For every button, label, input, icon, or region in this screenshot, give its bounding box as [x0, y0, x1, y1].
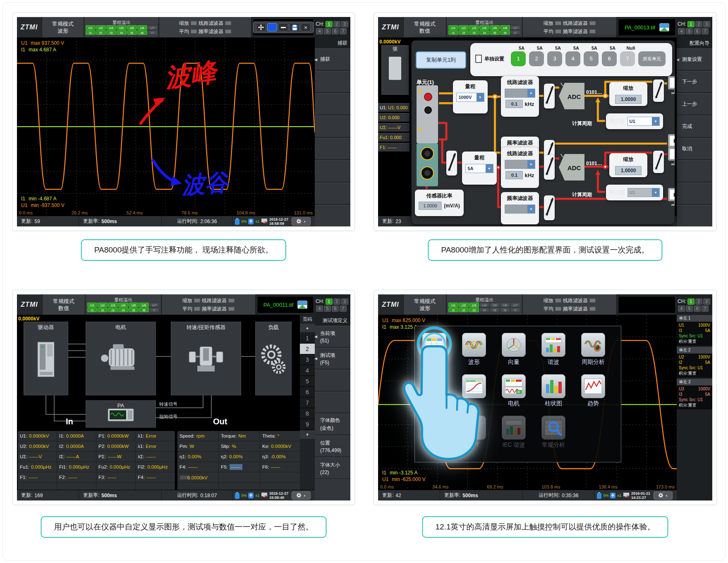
pen-color-button[interactable] [267, 23, 277, 31]
page-number-9[interactable]: 9 [300, 419, 315, 430]
capture-button[interactable]: ◀捕获 [315, 48, 350, 70]
individual-setting-checkbox[interactable] [475, 55, 482, 63]
sidebar-button-empty[interactable] [315, 392, 350, 413]
channel-button-2[interactable]: 2 [333, 21, 340, 27]
position-button[interactable]: 位置(776,499) [315, 435, 350, 457]
app-icon-trend[interactable] [581, 374, 605, 398]
channel-button-3[interactable]: 3 [703, 21, 710, 27]
settings-gear-button[interactable]: ▲ [292, 217, 311, 226]
channel-button-2[interactable]: 2 [695, 21, 702, 27]
font-size-button[interactable]: 字体大小(22) [315, 457, 350, 479]
font-color-button[interactable]: 字体颜色(金色) [315, 414, 350, 435]
page-down-button[interactable]: ▼ [300, 431, 315, 439]
sidebar-button-empty[interactable] [677, 160, 712, 182]
freq-filter-select[interactable]: ▾ [505, 205, 535, 214]
sidebar-button-empty[interactable] [315, 183, 350, 204]
switch-icon[interactable] [544, 195, 555, 220]
cutoff-field[interactable]: 0.1 [505, 171, 523, 179]
settings-gear-button[interactable]: ▲ [292, 491, 311, 500]
page-number-6[interactable]: 6 [300, 387, 315, 397]
copy-unit-button[interactable]: 复制单元1到 [416, 51, 466, 69]
diagram-box-motor[interactable]: 电机 [86, 322, 156, 395]
average-checkbox[interactable] [194, 307, 200, 311]
freq-filter-checkbox[interactable] [228, 307, 235, 311]
sensor-ratio-field[interactable]: 1.0000 [419, 202, 442, 210]
voltage-range-select[interactable]: 1000V▾ [456, 93, 484, 102]
page-number-4[interactable]: 4 [300, 365, 315, 376]
app-icon-cycle-analysis[interactable] [581, 333, 605, 357]
sidebar-button-empty[interactable] [315, 71, 350, 92]
sidebar-button-empty[interactable] [677, 183, 712, 204]
app-icon-vector[interactable] [502, 333, 526, 357]
channel-button-5[interactable]: 5 [686, 306, 693, 312]
channel-button-1[interactable]: 1 [326, 21, 333, 27]
channel-button-5[interactable]: 5 [324, 28, 331, 34]
line-filter-select[interactable]: ▾ [505, 89, 535, 98]
channel-button-7[interactable]: 7 [702, 306, 709, 312]
channel-button-3[interactable]: 3 [341, 298, 348, 305]
diagram-box-torque-sensor[interactable]: 转速/扭矩传感器 [171, 322, 241, 395]
channel-button-6[interactable]: 6 [694, 28, 701, 34]
finish-button[interactable]: 完成 [677, 115, 712, 137]
cancel-button[interactable]: 取消 [677, 138, 712, 159]
scale-value-field[interactable]: 1.0000 [615, 95, 642, 104]
sidebar-button-empty[interactable] [315, 160, 350, 182]
diagram-box-drive[interactable]: 驱动器 [24, 322, 68, 395]
page-number-3[interactable]: 3 [300, 354, 315, 365]
unit-button-2[interactable]: 2 [529, 51, 544, 66]
diagram-box-load[interactable]: 负载 [255, 322, 292, 395]
save-button[interactable] [290, 23, 299, 31]
settings-gear-button[interactable]: ▲ [654, 491, 673, 500]
channel-button-5[interactable]: 5 [324, 306, 331, 312]
sidebar-button-empty[interactable] [315, 370, 350, 391]
line-filter-checkbox[interactable] [228, 298, 235, 303]
freq-filter-checkbox[interactable] [589, 307, 596, 311]
diagram-box-pa[interactable]: PA [86, 400, 156, 428]
close-icon[interactable]: × [301, 23, 311, 31]
mode-selector[interactable]: 常规模式波形 [404, 294, 446, 315]
zoom-checkbox[interactable] [191, 21, 197, 25]
unit-button-6[interactable]: 6 [602, 51, 617, 66]
cutoff-field[interactable]: 0.1 [505, 100, 523, 108]
average-checkbox[interactable] [555, 307, 561, 311]
page-number-7[interactable]: 7 [300, 397, 315, 408]
unit-button-4[interactable]: 4 [565, 51, 580, 66]
channel-button-7[interactable]: 7 [340, 28, 347, 34]
waveform-plot[interactable]: U1max 625.000 V I1max 3.125 A I1min -3.1… [378, 315, 677, 490]
switch-icon[interactable] [544, 155, 555, 180]
page-up-button[interactable]: ▲ [300, 324, 315, 332]
switch-icon[interactable] [446, 151, 457, 176]
channel-button-3[interactable]: 3 [341, 21, 348, 27]
freq-filter-checkbox[interactable] [589, 29, 596, 34]
channel-button-2[interactable]: 2 [695, 298, 702, 305]
freq-filter-checkbox[interactable] [225, 29, 231, 34]
channel-button-1[interactable]: 1 [687, 21, 694, 27]
sidebar-button-empty[interactable] [315, 93, 350, 115]
line-filter-checkbox[interactable] [225, 21, 231, 25]
page-number-2[interactable]: 2 [300, 344, 315, 354]
mode-selector[interactable]: 常规模式数值 [43, 294, 85, 315]
switch-icon[interactable] [653, 151, 664, 173]
app-icon-harmonics[interactable] [541, 333, 565, 357]
image-icon[interactable] [659, 23, 669, 31]
unit-button-7[interactable]: 7 [620, 51, 635, 66]
channel-button-7[interactable]: 7 [702, 28, 709, 34]
zoom-checkbox[interactable] [555, 21, 561, 25]
current-range-select[interactable]: 5A▾ [465, 164, 493, 173]
unit-button-5[interactable]: 5 [584, 51, 599, 66]
channel-button-4[interactable]: 4 [316, 28, 323, 34]
line-filter-checkbox[interactable] [589, 21, 596, 25]
zoom-checkbox[interactable] [194, 298, 200, 303]
channel-button-1[interactable]: 1 [326, 298, 333, 305]
channel-button-7[interactable]: 7 [340, 306, 347, 312]
channel-button-4[interactable]: 4 [678, 28, 685, 34]
zoom-checkbox[interactable] [555, 298, 561, 303]
sidebar-button-empty[interactable] [315, 138, 350, 159]
channel-button-4[interactable]: 4 [316, 306, 323, 312]
channel-button-6[interactable]: 6 [332, 28, 339, 34]
channel-button-6[interactable]: 6 [332, 306, 339, 312]
line-filter-select[interactable]: ▾ [505, 160, 535, 169]
sync-source-select[interactable]: U1▾ [627, 117, 660, 126]
average-checkbox[interactable] [191, 29, 197, 34]
app-icon-motor[interactable]: ⊞ [502, 374, 526, 398]
